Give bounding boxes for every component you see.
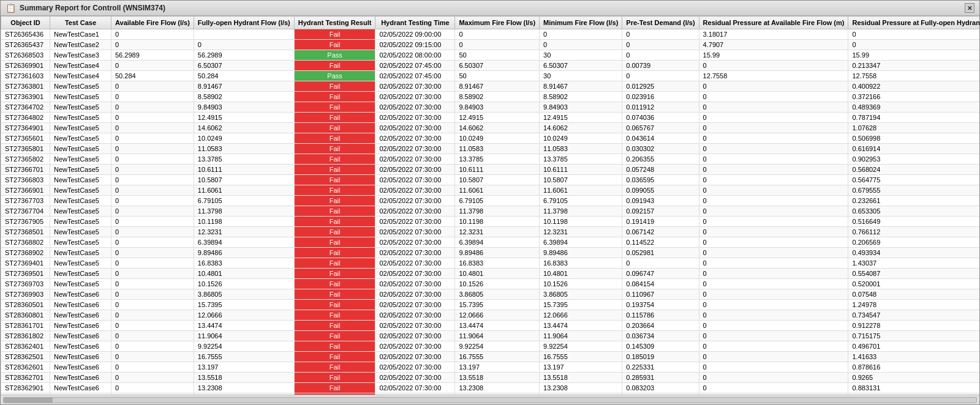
table-cell: ST28363301	[1, 393, 50, 395]
table-cell: 1.07628	[848, 123, 979, 133]
table-cell: 6.79105	[194, 196, 294, 206]
table-cell: Fail	[294, 102, 375, 113]
table-row: ST27368501NewTestCase5012.3231Fail02/05/…	[1, 227, 980, 237]
table-row: ST28361701NewTestCase6013.4474Fail02/05/…	[1, 321, 980, 331]
table-cell: NewTestCase6	[50, 310, 111, 321]
table-cell: 1.24978	[848, 300, 979, 310]
table-row: ST26365436NewTestCase10Fail02/05/2022 09…	[1, 29, 980, 40]
col-min-fire-flow[interactable]: Minimum Fire Flow (l/s)	[540, 17, 622, 29]
table-cell: 0.902953	[848, 154, 979, 165]
table-cell: 0.084154	[622, 279, 699, 289]
table-cell: 02/05/2022 07:30:00	[375, 362, 455, 373]
table-cell: ST27364802	[1, 113, 50, 123]
col-res-fully-open[interactable]: Residual Pressure at Fully-open Hydrant …	[848, 17, 979, 29]
table-cell: 0	[111, 279, 194, 289]
table-cell: 16.7555	[540, 352, 622, 362]
table-cell: 0	[699, 61, 848, 71]
table-cell: 10.1198	[540, 217, 622, 227]
table-cell: 0.145309	[622, 341, 699, 352]
table-cell: 0	[699, 206, 848, 217]
table-cell: 0	[111, 237, 194, 248]
col-available-fire-flow[interactable]: Available Fire Flow (l/s)	[111, 17, 194, 29]
table-row: ST27368802NewTestCase506.39894Fail02/05/…	[1, 237, 980, 248]
table-cell: 0	[699, 352, 848, 362]
table-cell: 0.506998	[848, 133, 979, 144]
table-cell: 02/05/2022 07:30:00	[375, 81, 455, 92]
table-cell: 0	[111, 269, 194, 279]
table-cell: 10.4801	[540, 269, 622, 279]
table-cell: 0	[455, 40, 540, 50]
table-cell: 12.7558	[699, 71, 848, 81]
scroll-track[interactable]	[3, 397, 977, 403]
table-cell: 13.197	[540, 362, 622, 373]
table-cell: NewTestCase6	[50, 300, 111, 310]
table-cell: 13.4474	[540, 321, 622, 331]
table-cell: 02/05/2022 07:30:00	[375, 196, 455, 206]
table-cell: 0	[111, 61, 194, 71]
table-cell: 02/05/2022 07:30:00	[375, 279, 455, 289]
table-cell: NewTestCase5	[50, 279, 111, 289]
table-cell: 30	[540, 71, 622, 81]
col-test-case[interactable]: Test Case	[50, 17, 111, 29]
table-cell: Fail	[294, 144, 375, 154]
table-cell: 56.2989	[111, 50, 194, 61]
table-cell: NewTestCase6	[50, 289, 111, 300]
table-cell: NewTestCase5	[50, 81, 111, 92]
table-cell: 12.4915	[194, 113, 294, 123]
table-cell: 0.616914	[848, 144, 979, 154]
table-cell: 02/05/2022 07:30:00	[375, 383, 455, 393]
table-cell: ST28362501	[1, 352, 50, 362]
table-cell: ST28361802	[1, 331, 50, 341]
col-max-fire-flow[interactable]: Maximum Fire Flow (l/s)	[455, 17, 540, 29]
table-cell: 13.197	[194, 362, 294, 373]
table-cell: 0.067142	[622, 227, 699, 237]
table-row: ST27366701NewTestCase5010.6111Fail02/05/…	[1, 165, 980, 175]
table-cell: 0	[111, 331, 194, 341]
table-cell: 0.099055	[622, 185, 699, 196]
table-cell: 0.114522	[622, 237, 699, 248]
table-cell: 0	[111, 40, 194, 50]
table-cell: 0	[111, 81, 194, 92]
table-cell: 0	[699, 373, 848, 383]
col-res-available[interactable]: Residual Pressure at Available Fire Flow…	[699, 17, 848, 29]
table-row: ST28360501NewTestCase6015.7395Fail02/05/…	[1, 300, 980, 310]
table-cell: 8.05306	[455, 393, 540, 395]
table-cell: 0	[699, 175, 848, 185]
table-cell: ST27369903	[1, 289, 50, 300]
table-row: ST28363301NewTestCase708.05306Fail02/05/…	[1, 393, 980, 395]
table-cell: 0.715175	[848, 331, 979, 341]
table-cell: 0.191419	[622, 217, 699, 227]
table-cell: 0.493934	[848, 248, 979, 258]
table-cell: 6.79105	[540, 196, 622, 206]
table-row: ST27366803NewTestCase5010.5807Fail02/05/…	[1, 175, 980, 185]
table-cell: 0.327169	[848, 393, 979, 395]
table-cell: 11.9064	[540, 331, 622, 341]
table-row: ST27367703NewTestCase506.79105Fail02/05/…	[1, 196, 980, 206]
col-fully-open-hydrant[interactable]: Fully-open Hydrant Flow (l/s)	[194, 17, 294, 29]
col-hydrant-testing-result[interactable]: Hydrant Testing Result	[294, 17, 375, 29]
table-cell: 0.193754	[622, 300, 699, 310]
table-cell: 9.89486	[194, 248, 294, 258]
table-container[interactable]: Object ID Test Case Available Fire Flow …	[1, 16, 979, 395]
table-cell: 0.213347	[848, 61, 979, 71]
close-button[interactable]: ✕	[965, 3, 974, 13]
table-cell: ST27368902	[1, 248, 50, 258]
table-cell: 0.564775	[848, 175, 979, 185]
table-cell: 0	[699, 133, 848, 144]
horizontal-scrollbar[interactable]	[1, 395, 979, 404]
col-hydrant-testing-time[interactable]: Hydrant Testing Time	[375, 17, 455, 29]
table-cell: 0	[699, 362, 848, 373]
table-cell: 0.679555	[848, 185, 979, 196]
table-cell: 02/05/2022 07:30:00	[375, 92, 455, 102]
table-cell: 1.41633	[848, 352, 979, 362]
table-cell: 02/05/2022 07:45:00	[375, 71, 455, 81]
col-pre-test-demand[interactable]: Pre-Test Demand (l/s)	[622, 17, 699, 29]
col-object-id[interactable]: Object ID	[1, 17, 50, 29]
table-cell: 3.18017	[699, 29, 848, 40]
table-cell: 0	[111, 29, 194, 40]
table-cell: Fail	[294, 185, 375, 196]
table-cell: 0	[111, 373, 194, 383]
table-cell: 0.232661	[848, 196, 979, 206]
table-cell: 0	[699, 154, 848, 165]
scroll-thumb[interactable]	[4, 398, 53, 403]
